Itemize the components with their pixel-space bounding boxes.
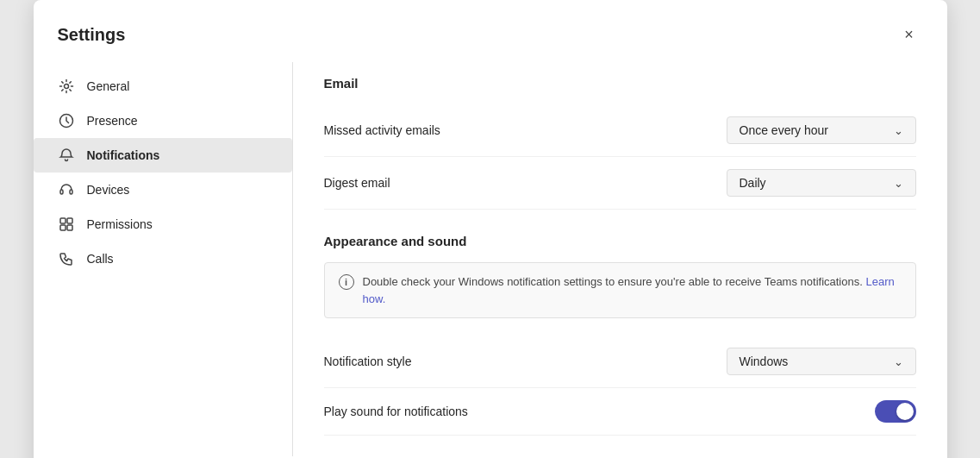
- svg-rect-7: [67, 225, 72, 230]
- digest-email-value: Daily: [740, 176, 883, 190]
- svg-rect-3: [70, 190, 72, 194]
- notification-style-dropdown[interactable]: Windows ⌄: [727, 348, 916, 375]
- svg-rect-2: [60, 190, 63, 194]
- dialog-title: Settings: [58, 25, 126, 45]
- appearance-section-title: Appearance and sound: [324, 234, 916, 248]
- info-text: Double check your Windows notification s…: [363, 273, 902, 307]
- svg-rect-5: [67, 218, 72, 223]
- play-sound-toggle[interactable]: [875, 400, 916, 423]
- sidebar-item-notifications[interactable]: Notifications: [34, 138, 292, 173]
- missed-activity-value: Once every hour: [740, 123, 883, 137]
- play-sound-label: Play sound for notifications: [324, 405, 468, 418]
- digest-email-dropdown[interactable]: Daily ⌄: [727, 169, 916, 197]
- notification-style-label: Notification style: [324, 354, 412, 368]
- email-section-title: Email: [324, 76, 916, 91]
- svg-rect-4: [60, 218, 66, 223]
- main-content: Email Missed activity emails Once every …: [293, 62, 947, 456]
- svg-rect-6: [60, 225, 66, 230]
- toggle-track: [875, 400, 916, 423]
- chevron-down-icon-3: ⌄: [894, 355, 903, 368]
- dialog-body: General Presence Notific: [34, 55, 947, 458]
- svg-point-0: [64, 85, 68, 89]
- sidebar-item-presence[interactable]: Presence: [34, 104, 292, 138]
- info-icon: i: [339, 274, 354, 290]
- missed-activity-label: Missed activity emails: [324, 123, 440, 137]
- missed-activity-dropdown[interactable]: Once every hour ⌄: [727, 116, 916, 144]
- digest-email-row: Digest email Daily ⌄: [324, 157, 916, 210]
- sidebar-item-permissions[interactable]: Permissions: [34, 207, 292, 242]
- sidebar-item-devices[interactable]: Devices: [34, 173, 292, 207]
- phone-icon: [58, 250, 75, 267]
- chevron-down-icon-2: ⌄: [894, 177, 903, 190]
- sidebar-label-permissions: Permissions: [87, 217, 153, 231]
- sidebar-label-presence: Presence: [87, 114, 138, 128]
- sidebar-label-general: General: [87, 79, 130, 93]
- gear-icon: [58, 78, 75, 95]
- missed-activity-row: Missed activity emails Once every hour ⌄: [324, 104, 916, 157]
- settings-dialog: Settings × General: [34, 0, 947, 458]
- sidebar: General Presence Notific: [34, 62, 292, 456]
- sidebar-label-devices: Devices: [87, 183, 130, 197]
- sidebar-item-general[interactable]: General: [34, 69, 292, 104]
- sidebar-item-calls[interactable]: Calls: [34, 242, 292, 276]
- headset-icon: [58, 181, 75, 198]
- play-sound-row: Play sound for notifications: [324, 388, 916, 436]
- clock-icon: [58, 112, 75, 129]
- grid-icon: [58, 216, 75, 233]
- dialog-header: Settings ×: [34, 0, 947, 55]
- sidebar-label-calls: Calls: [87, 252, 114, 266]
- toggle-thumb: [896, 403, 914, 420]
- bell-icon: [58, 147, 75, 164]
- info-message: Double check your Windows notification s…: [363, 275, 863, 288]
- notification-style-value: Windows: [740, 354, 883, 368]
- info-box: i Double check your Windows notification…: [324, 262, 916, 318]
- sidebar-label-notifications: Notifications: [87, 148, 160, 162]
- close-button[interactable]: ×: [896, 21, 923, 48]
- digest-email-label: Digest email: [324, 176, 390, 190]
- chevron-down-icon: ⌄: [894, 124, 903, 137]
- notification-style-row: Notification style Windows ⌄: [324, 336, 916, 388]
